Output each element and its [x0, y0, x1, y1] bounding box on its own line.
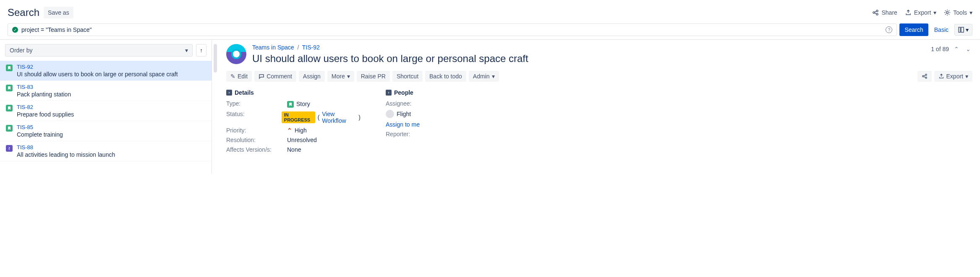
export-issue-button[interactable]: Export▾	[934, 71, 972, 82]
issue-summary: Prepare food supplies	[17, 111, 74, 118]
svg-line-12	[924, 77, 925, 78]
svg-line-3	[875, 11, 876, 12]
svg-rect-6	[959, 27, 960, 32]
share-icon	[922, 73, 928, 79]
issue-key: TIS-85	[17, 124, 63, 130]
view-workflow-link[interactable]: View Workflow	[322, 111, 356, 124]
order-by-label: Order by	[10, 47, 32, 54]
export-icon	[938, 73, 944, 79]
resolution-value: Unresolved	[287, 137, 317, 143]
tools-label: Tools	[953, 9, 967, 16]
issue-item[interactable]: TIS-85Complete training	[0, 121, 212, 141]
affects-label: Affects Version/s:	[226, 146, 287, 153]
arrow-up-icon: ↑	[200, 47, 203, 54]
reporter-label: Reporter:	[386, 131, 410, 137]
svg-point-0	[873, 12, 875, 13]
svg-point-8	[922, 75, 924, 77]
share-issue-button[interactable]	[917, 71, 932, 82]
jql-input[interactable]	[21, 26, 886, 33]
issue-item[interactable]: TIS-83Pack planting station	[0, 81, 212, 101]
story-icon	[6, 125, 13, 132]
save-as-button[interactable]: Save as	[44, 7, 73, 18]
issue-title: UI should allow users to book on large o…	[252, 52, 925, 65]
raise-pr-button[interactable]: Raise PR	[357, 71, 390, 82]
issue-summary: Complete training	[17, 131, 63, 138]
layout-toggle-button[interactable]: ▾	[954, 24, 972, 36]
issue-summary: UI should allow users to book on large o…	[17, 71, 178, 78]
details-section-header[interactable]: › Details	[226, 89, 361, 96]
comment-button[interactable]: Comment	[254, 71, 296, 82]
issue-item[interactable]: TIS-82Prepare food supplies	[0, 101, 212, 121]
assign-button[interactable]: Assign	[299, 71, 325, 82]
share-label: Share	[881, 9, 897, 16]
basic-link[interactable]: Basic	[931, 26, 952, 33]
gear-icon	[944, 9, 951, 16]
admin-button[interactable]: Admin▾	[469, 71, 499, 82]
pager-next-button[interactable]: ⌄	[964, 44, 972, 54]
chevron-down-icon: ▾	[185, 47, 188, 54]
pager-prev-button[interactable]: ⌃	[952, 44, 961, 54]
assignee-label: Assignee:	[386, 100, 411, 107]
breadcrumb-project[interactable]: Teams in Space	[252, 44, 294, 51]
people-section-header[interactable]: › People	[386, 89, 420, 96]
issue-key: TIS-92	[17, 64, 178, 70]
back-to-todo-button[interactable]: Back to todo	[425, 71, 466, 82]
story-icon	[287, 101, 294, 108]
status-label: Status:	[226, 111, 282, 124]
svg-line-4	[875, 13, 876, 14]
layout-icon	[958, 27, 964, 33]
sort-direction-button[interactable]: ↑	[196, 44, 206, 57]
edit-button[interactable]: ✎Edit	[226, 71, 252, 82]
comment-icon	[259, 73, 264, 79]
svg-point-1	[876, 10, 878, 12]
export-icon	[905, 9, 912, 16]
jql-input-container[interactable]: ✓ ?	[8, 23, 897, 36]
status-badge: IN PROGRESS	[282, 111, 315, 123]
priority-high-icon: ⌃	[287, 127, 292, 134]
more-button[interactable]: More▾	[327, 71, 354, 82]
svg-line-11	[924, 75, 925, 76]
page-title: Search	[8, 7, 39, 18]
shortcut-button[interactable]: Shortcut	[392, 71, 423, 82]
issue-summary: Pack planting station	[17, 91, 71, 98]
issue-key: TIS-88	[17, 144, 115, 150]
breadcrumb: Teams in Space / TIS-92	[252, 44, 925, 51]
assign-to-me-link[interactable]: Assign to me	[386, 121, 420, 128]
share-icon	[872, 9, 879, 16]
chevron-down-icon: ▾	[965, 73, 968, 80]
tools-button[interactable]: Tools ▾	[944, 9, 972, 16]
epic-icon	[6, 145, 13, 152]
assignee-value: Flight	[397, 111, 411, 117]
svg-point-10	[925, 77, 927, 79]
order-by-select[interactable]: Order by ▾	[5, 44, 193, 57]
svg-point-9	[925, 74, 927, 76]
search-button[interactable]: Search	[899, 23, 928, 36]
story-icon	[6, 65, 13, 71]
breadcrumb-key[interactable]: TIS-92	[302, 44, 320, 51]
pager-text: 1 of 89	[931, 46, 949, 52]
resolution-label: Resolution:	[226, 137, 287, 143]
issue-item[interactable]: TIS-88All activities leading to mission …	[0, 141, 212, 161]
type-label: Type:	[226, 100, 287, 108]
export-button[interactable]: Export ▾	[905, 9, 936, 16]
export-label: Export	[914, 9, 931, 16]
priority-value: High	[295, 127, 307, 134]
issue-list: TIS-92UI should allow users to book on l…	[0, 61, 212, 161]
project-avatar	[226, 44, 246, 64]
check-icon: ✓	[12, 27, 18, 33]
svg-point-5	[946, 12, 949, 14]
issue-item[interactable]: TIS-92UI should allow users to book on l…	[0, 61, 212, 81]
type-value: Story	[296, 101, 310, 107]
story-icon	[6, 105, 13, 111]
share-button[interactable]: Share	[872, 9, 897, 16]
priority-label: Priority:	[226, 127, 287, 134]
chevron-down-icon: ▾	[966, 26, 969, 33]
issue-key: TIS-83	[17, 84, 71, 90]
chevron-down-icon: ▾	[933, 9, 936, 16]
chevron-right-icon: ›	[386, 90, 392, 96]
splitter-handle[interactable]	[214, 44, 217, 72]
issue-summary: All activities leading to mission launch	[17, 151, 115, 158]
pencil-icon: ✎	[230, 73, 235, 80]
svg-point-2	[876, 13, 878, 15]
help-icon[interactable]: ?	[886, 26, 892, 33]
